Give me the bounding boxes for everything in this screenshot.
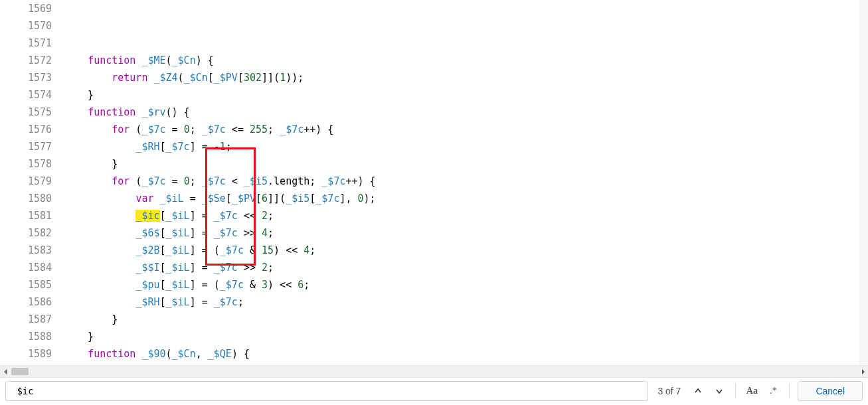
code-line[interactable]: _$6$[_$iL] = _$7c >> 4;: [64, 224, 868, 242]
code-line[interactable]: _$RH[_$7c] = -1;: [64, 138, 868, 155]
code-line[interactable]: _$pu[_$iL] = (_$7c & 3) << 6;: [64, 276, 868, 293]
line-number-gutter: 1569157015711572157315741575157615771578…: [0, 0, 64, 365]
code-line[interactable]: _$2B[_$iL] = (_$7c & 15) << 4;: [64, 242, 868, 259]
scrollbar-thumb[interactable]: [11, 368, 29, 375]
line-number: 1572: [0, 52, 52, 69]
code-line[interactable]: _$RH[_$iL] = _$7c;: [64, 293, 868, 311]
line-number: 1571: [0, 35, 52, 52]
prev-match-button[interactable]: [690, 383, 706, 399]
search-input[interactable]: [5, 381, 648, 401]
divider: [789, 384, 790, 398]
regex-toggle[interactable]: .*: [765, 383, 781, 399]
code-line[interactable]: }: [64, 155, 868, 173]
scroll-right-icon[interactable]: [857, 366, 868, 377]
line-number: 1581: [0, 207, 52, 224]
code-content[interactable]: function _$ME(_$Cn) { return _$Z4(_$Cn[_…: [64, 0, 868, 365]
code-line[interactable]: }: [64, 328, 868, 345]
code-line[interactable]: _$$I[_$iL] = _$7c >> 2;: [64, 259, 868, 276]
line-number: 1574: [0, 86, 52, 104]
code-line[interactable]: }: [64, 311, 868, 328]
line-number: 1585: [0, 276, 52, 293]
scroll-left-icon[interactable]: [0, 366, 11, 377]
cancel-button[interactable]: Cancel: [798, 381, 863, 401]
line-number: 1580: [0, 190, 52, 207]
line-number: 1583: [0, 242, 52, 259]
code-line[interactable]: function _$rv() {: [64, 104, 868, 121]
line-number: 1586: [0, 293, 52, 311]
match-case-toggle[interactable]: Aa: [744, 383, 760, 399]
line-number: 1584: [0, 259, 52, 276]
line-number: 1573: [0, 69, 52, 86]
line-number: 1578: [0, 155, 52, 173]
match-count: 3 of 7: [653, 386, 685, 396]
code-line[interactable]: function _$90(_$Cn, _$QE) {: [64, 345, 868, 363]
line-number: 1587: [0, 311, 52, 328]
code-line[interactable]: for (_$7c = 0; _$7c <= 255; _$7c++) {: [64, 121, 868, 138]
horizontal-scrollbar[interactable]: [0, 365, 868, 377]
code-line[interactable]: for (_$7c = 0; _$7c < _$i5.length; _$7c+…: [64, 173, 868, 190]
code-line[interactable]: _$ic[_$iL] = _$7c << 2;: [64, 207, 868, 224]
line-number: 1570: [0, 17, 52, 35]
code-line[interactable]: return _$Z4(_$Cn[_$PV[302]](1));: [64, 69, 868, 86]
code-line[interactable]: function _$ME(_$Cn) {: [64, 52, 868, 69]
line-number: 1576: [0, 121, 52, 138]
line-number: 1569: [0, 0, 52, 17]
line-number: 1579: [0, 173, 52, 190]
scrollbar-track[interactable]: [11, 366, 857, 377]
line-number: 1575: [0, 104, 52, 121]
line-number: 1582: [0, 224, 52, 242]
code-line[interactable]: }: [64, 86, 868, 104]
line-number: 1577: [0, 138, 52, 155]
code-editor[interactable]: 1569157015711572157315741575157615771578…: [0, 0, 868, 365]
divider: [735, 384, 736, 398]
line-number: 1589: [0, 345, 52, 363]
code-line[interactable]: var _$iL = _$Se[_$PV[6]](_$i5[_$7c], 0);: [64, 190, 868, 207]
next-match-button[interactable]: [711, 383, 727, 399]
line-number: 1588: [0, 328, 52, 345]
find-bar: 3 of 7 Aa .* Cancel: [0, 377, 868, 404]
